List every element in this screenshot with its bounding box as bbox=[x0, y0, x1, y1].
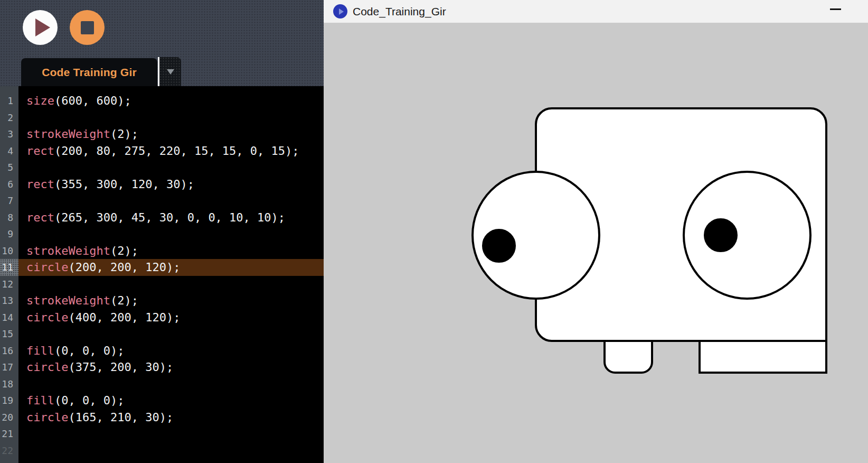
code-text: circle(375, 200, 30); bbox=[26, 359, 173, 376]
sketch-drawing bbox=[325, 24, 868, 463]
line-number: 1 bbox=[0, 92, 18, 109]
stop-button[interactable] bbox=[70, 10, 105, 45]
play-icon bbox=[35, 18, 50, 36]
code-text: strokeWeight(2); bbox=[26, 292, 138, 309]
code-text: size(600, 600); bbox=[26, 92, 131, 109]
line-number: 11 bbox=[0, 259, 18, 276]
line-number: 3 bbox=[0, 126, 18, 143]
code-line[interactable]: 7 bbox=[0, 192, 324, 209]
code-text: strokeWeight(2); bbox=[26, 243, 138, 260]
code-line[interactable]: 12 bbox=[0, 276, 324, 293]
minimize-button[interactable] bbox=[823, 2, 848, 16]
run-button[interactable] bbox=[23, 10, 58, 45]
screen: Code Training Gir 1size(600, 600);23stro… bbox=[0, 0, 868, 463]
code-line[interactable]: 21 bbox=[0, 425, 324, 442]
sketch-window: Code_Training_Gir bbox=[324, 0, 868, 463]
stop-icon bbox=[81, 21, 94, 34]
tab-sketch-label: Code Training Gir bbox=[42, 66, 137, 79]
chevron-down-icon bbox=[167, 69, 174, 75]
code-lines: 1size(600, 600);23strokeWeight(2);4rect(… bbox=[0, 92, 324, 459]
code-line[interactable]: 18 bbox=[0, 376, 324, 393]
code-text: circle(200, 200, 120); bbox=[26, 259, 180, 276]
code-text: rect(355, 300, 120, 30); bbox=[26, 176, 194, 193]
shape-left-pupil bbox=[483, 230, 515, 262]
code-line[interactable]: 5 bbox=[0, 159, 324, 176]
code-text: circle(165, 210, 30); bbox=[26, 409, 173, 426]
shape-left-tooth bbox=[605, 341, 652, 373]
line-number: 21 bbox=[0, 425, 18, 442]
sketch-canvas bbox=[324, 23, 868, 463]
code-line[interactable]: 2 bbox=[0, 109, 324, 126]
code-line[interactable]: 19fill(0, 0, 0); bbox=[0, 392, 324, 409]
play-glyph-icon bbox=[339, 8, 344, 15]
line-number: 14 bbox=[0, 309, 18, 326]
tab-menu-button[interactable] bbox=[159, 57, 181, 86]
code-text: circle(400, 200, 120); bbox=[26, 309, 180, 326]
editor-pane: Code Training Gir 1size(600, 600);23stro… bbox=[0, 0, 324, 463]
line-number: 13 bbox=[0, 292, 18, 309]
code-text: rect(265, 300, 45, 30, 0, 0, 10, 10); bbox=[26, 209, 285, 226]
code-line[interactable]: 8rect(265, 300, 45, 30, 0, 0, 10, 10); bbox=[0, 209, 324, 226]
shape-right-eye bbox=[684, 172, 810, 299]
code-line[interactable]: 17circle(375, 200, 30); bbox=[0, 359, 324, 376]
line-number: 9 bbox=[0, 226, 18, 243]
code-line[interactable]: 22 bbox=[0, 442, 324, 459]
line-number: 10 bbox=[0, 243, 18, 260]
code-line[interactable]: 20circle(165, 210, 30); bbox=[0, 409, 324, 426]
line-number: 4 bbox=[0, 143, 18, 160]
code-line[interactable]: 16fill(0, 0, 0); bbox=[0, 342, 324, 359]
line-number: 15 bbox=[0, 326, 18, 342]
code-line[interactable]: 15 bbox=[0, 326, 324, 342]
line-number: 18 bbox=[0, 376, 18, 393]
line-number: 6 bbox=[0, 176, 18, 193]
code-text: rect(200, 80, 275, 220, 15, 15, 0, 15); bbox=[26, 143, 299, 160]
code-line[interactable]: 4rect(200, 80, 275, 220, 15, 15, 0, 15); bbox=[0, 143, 324, 160]
shape-right-tooth bbox=[700, 341, 826, 373]
code-line[interactable]: 13strokeWeight(2); bbox=[0, 292, 324, 309]
editor-toolbar: Code Training Gir bbox=[0, 0, 324, 86]
sketch-titlebar[interactable]: Code_Training_Gir bbox=[324, 0, 868, 23]
code-line[interactable]: 3strokeWeight(2); bbox=[0, 126, 324, 143]
line-number: 12 bbox=[0, 276, 18, 293]
line-number: 7 bbox=[0, 192, 18, 209]
line-number: 8 bbox=[0, 209, 18, 226]
line-number: 19 bbox=[0, 392, 18, 409]
line-number: 17 bbox=[0, 359, 18, 376]
code-line[interactable]: 1size(600, 600); bbox=[0, 92, 324, 109]
line-number: 20 bbox=[0, 409, 18, 426]
line-number: 16 bbox=[0, 342, 18, 359]
line-number: 5 bbox=[0, 159, 18, 176]
code-text: fill(0, 0, 0); bbox=[26, 342, 124, 359]
code-line[interactable]: 11circle(200, 200, 120); bbox=[0, 259, 324, 276]
code-text: strokeWeight(2); bbox=[26, 126, 138, 143]
code-line[interactable]: 6rect(355, 300, 120, 30); bbox=[0, 176, 324, 193]
code-editor[interactable]: 1size(600, 600);23strokeWeight(2);4rect(… bbox=[0, 86, 324, 463]
shape-right-pupil bbox=[705, 219, 737, 251]
code-line[interactable]: 14circle(400, 200, 120); bbox=[0, 309, 324, 326]
code-line[interactable]: 9 bbox=[0, 226, 324, 243]
minimize-icon bbox=[830, 8, 841, 10]
code-line[interactable]: 10strokeWeight(2); bbox=[0, 243, 324, 260]
processing-app-icon bbox=[333, 4, 347, 18]
line-number: 22 bbox=[0, 442, 18, 459]
window-title: Code_Training_Gir bbox=[353, 5, 446, 18]
tab-sketch[interactable]: Code Training Gir bbox=[21, 58, 157, 86]
code-text: fill(0, 0, 0); bbox=[26, 392, 124, 409]
line-number: 2 bbox=[0, 109, 18, 126]
